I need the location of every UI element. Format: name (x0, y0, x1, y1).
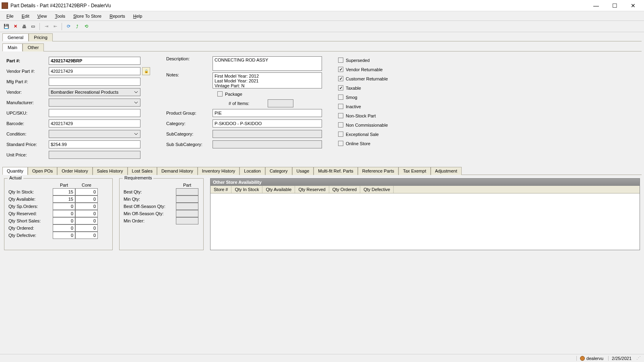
menu-tools[interactable]: Tools (51, 12, 69, 20)
qty-label: Qty Ordered: (8, 224, 53, 232)
lower-tab-location[interactable]: Location (239, 167, 265, 175)
label-upc: UPC/SKU: (6, 111, 49, 115)
sub-tabs: Main Other (2, 43, 642, 51)
lower-tab-demand-history[interactable]: Demand History (157, 167, 198, 175)
print-icon[interactable]: 🖶 (20, 23, 28, 31)
label-smog: Smog (346, 95, 357, 100)
label-vendor-ret: Vendor Returnable (346, 67, 383, 72)
close-button[interactable]: ✕ (624, 0, 642, 11)
std-price-input[interactable] (49, 140, 140, 148)
menu-file[interactable]: File (2, 12, 18, 20)
vendor-returnable-checkbox[interactable] (338, 67, 343, 72)
status-date: 2/25/2021 (612, 356, 632, 361)
avail-col-header[interactable]: Qty Available (262, 186, 295, 193)
delete-icon[interactable]: ✕ (11, 23, 19, 31)
category-input[interactable] (213, 119, 322, 128)
label-noncomm: Non Commissionable (346, 123, 388, 128)
lower-tab-inventory-history[interactable]: Inventory History (198, 167, 240, 175)
condition-select[interactable] (49, 130, 140, 138)
part-no-input[interactable] (49, 57, 140, 65)
menu-edit[interactable]: Edit (18, 12, 33, 20)
nonstock-checkbox[interactable] (338, 113, 343, 118)
avail-col-header[interactable]: Qty Defective (360, 186, 394, 193)
top-tabs: General Pricing (2, 33, 642, 41)
smog-checkbox[interactable] (338, 95, 343, 100)
sync-down-icon[interactable]: ⟲ (82, 23, 90, 31)
mfg-part-input[interactable] (49, 78, 140, 86)
qty-label: Qty Short Sales: (8, 217, 53, 224)
label-superseded: Superseded (346, 58, 369, 63)
menu-reports[interactable]: Reports (105, 12, 129, 20)
save-icon[interactable]: 💾 (2, 23, 10, 31)
taxable-checkbox[interactable] (338, 85, 343, 90)
label-taxable: Taxable (346, 86, 361, 90)
lower-tab-reference-parts[interactable]: Reference Parts (358, 167, 398, 175)
minimize-button[interactable]: — (587, 0, 605, 11)
transfer-in-icon[interactable]: ⇥ (42, 23, 50, 31)
notes-textarea[interactable] (213, 72, 322, 88)
tab-pricing[interactable]: Pricing (29, 33, 53, 41)
maximize-button[interactable]: ☐ (605, 0, 624, 11)
tab-other[interactable]: Other (23, 43, 44, 51)
form-col-3: Superseded Vendor Returnable Customer Re… (338, 56, 388, 159)
qty-part-cell: 0 (53, 232, 75, 239)
lower-tab-sales-history[interactable]: Sales History (93, 167, 128, 175)
package-checkbox[interactable] (217, 91, 223, 97)
description-textarea[interactable] (213, 56, 322, 71)
product-group-input[interactable] (213, 109, 322, 117)
tab-main[interactable]: Main (2, 43, 23, 51)
transfer-out-icon[interactable]: ⇤ (51, 23, 59, 31)
qty-part-cell: 0 (53, 217, 75, 224)
lock-icon[interactable]: 🔒 (142, 67, 150, 75)
superseded-checkbox[interactable] (338, 58, 343, 63)
barcode-input[interactable] (49, 119, 140, 128)
exceptional-checkbox[interactable] (338, 132, 343, 137)
manufacturer-select[interactable] (49, 99, 140, 107)
label-unit-price: Unit Price: (6, 152, 49, 157)
lower-tab-adjustment[interactable]: Adjustment (431, 167, 462, 175)
tab-general[interactable]: General (2, 33, 29, 41)
lower-tab-tax-exempt[interactable]: Tax Exempt (398, 167, 430, 175)
menu-help[interactable]: Help (129, 12, 147, 20)
lower-tab-open-pos[interactable]: Open POs (28, 167, 57, 175)
vendor-part-input[interactable] (49, 67, 140, 75)
titlebar: Part Details - Part #420217429BRP - Deal… (0, 0, 644, 11)
menu-view[interactable]: View (33, 12, 51, 20)
lower-tab-quantity[interactable]: Quantity (2, 167, 28, 175)
menu-store[interactable]: Store To Store (69, 12, 105, 20)
req-label: Min Order: (124, 217, 176, 224)
avail-col-header[interactable]: Store # (211, 186, 231, 193)
avail-col-header[interactable]: Qty In Stock (231, 186, 262, 193)
lower-tab-category[interactable]: Category (265, 167, 292, 175)
lower-tab-lost-sales[interactable]: Lost Sales (128, 167, 157, 175)
actual-legend: Actual (8, 175, 23, 180)
avail-col-header[interactable]: Qty Reserved (295, 186, 329, 193)
lower-tab-order-history[interactable]: Order History (57, 167, 92, 175)
availability-title: Other Store Availability (211, 179, 640, 186)
req-label: Min Qty: (124, 195, 176, 203)
vendor-select[interactable] (49, 88, 140, 96)
qty-core-cell: 0 (75, 232, 98, 239)
status-user: dealervu (586, 356, 603, 361)
inactive-checkbox[interactable] (338, 104, 343, 109)
qty-core-cell: 0 (75, 217, 98, 224)
online-store-checkbox[interactable] (338, 141, 343, 146)
sync-up-icon[interactable]: ⤴ (73, 23, 81, 31)
avail-col-header[interactable]: Qty Ordered (329, 186, 361, 193)
noncomm-checkbox[interactable] (338, 122, 343, 128)
label-icon[interactable]: ▭ (29, 23, 37, 31)
separator (39, 23, 40, 30)
col-part: Part (53, 182, 75, 188)
upc-input[interactable] (49, 109, 140, 117)
lower-tab-usage[interactable]: Usage (292, 167, 314, 175)
refresh-icon[interactable]: ⟳ (64, 23, 72, 31)
customer-returnable-checkbox[interactable] (338, 76, 343, 81)
label-package: Package (225, 92, 242, 97)
req-label: Best Qty: (124, 188, 176, 195)
lower-tab-multi-fit-ref-parts[interactable]: Multi-fit Ref. Parts (314, 167, 357, 175)
window-title: Part Details - Part #420217429BRP - Deal… (10, 3, 587, 8)
qty-label: Qty Reserved: (8, 210, 53, 217)
label-subcategory: SubCategory: (166, 132, 213, 136)
availability-panel: Other Store Availability Store #Qty In S… (210, 178, 640, 250)
num-items-input (268, 99, 293, 107)
